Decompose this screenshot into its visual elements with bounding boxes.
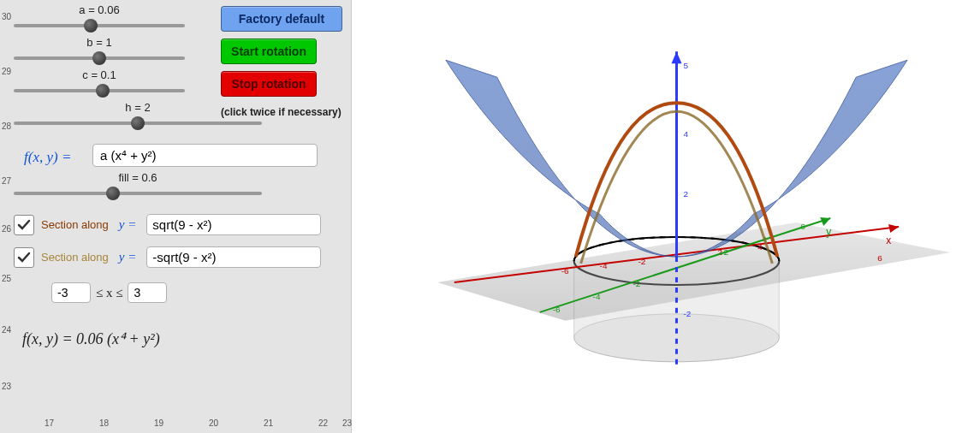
graph3d-panel[interactable]: x -6 -4 -2 2 4 6 y -6 -4 -2 2 4 6 -2 2 4 — [352, 0, 980, 433]
fxy-input[interactable] — [92, 144, 318, 167]
slider-a-label: a = 0.06 — [14, 3, 185, 16]
y-axis-label: y — [826, 226, 831, 238]
xtick: -4 — [600, 261, 608, 270]
panel-xtick: 23 — [342, 418, 352, 428]
panel-xtick: 19 — [154, 418, 163, 428]
panel-ytick: 26 — [2, 224, 11, 234]
checkmark-icon — [17, 218, 31, 232]
panel-xtick: 20 — [209, 418, 218, 428]
xrange-low-input[interactable] — [51, 282, 91, 303]
start-rotation-button[interactable]: Start rotation — [221, 39, 317, 64]
section2-yeq: y = — [119, 250, 137, 264]
panel-ytick: 27 — [2, 176, 11, 186]
slider-b-label: b = 1 — [14, 36, 185, 49]
z-axis-arrow-icon — [671, 51, 681, 63]
slider-a[interactable]: a = 0.06 — [14, 3, 185, 33]
ztick: 5 — [683, 61, 688, 70]
panel-ytick: 28 — [2, 122, 11, 131]
ytick: 2 — [723, 247, 728, 257]
section1-input[interactable] — [146, 214, 321, 235]
xrange-mid: ≤ x ≤ — [96, 286, 122, 300]
ztick: 2 — [683, 189, 688, 199]
xtick: -2 — [638, 257, 646, 266]
fxy-lhs: f(x, y) = — [24, 149, 71, 166]
xtick: -6 — [561, 266, 569, 276]
panel-xtick: 21 — [264, 418, 273, 428]
panel-ytick: 25 — [2, 274, 11, 283]
app-root: 30 29 28 27 26 25 24 23 a = 0.06 b = 1 c… — [0, 0, 980, 433]
panel-xtick: 17 — [45, 418, 54, 428]
section1-yeq: y = — [119, 217, 137, 232]
slider-c-label: c = 0.1 — [14, 68, 185, 81]
x-axis-arrow-icon — [888, 224, 899, 233]
ztick: -2 — [683, 309, 691, 318]
control-panel: 30 29 28 27 26 25 24 23 a = 0.06 b = 1 c… — [0, 0, 352, 433]
section1-row: Section along y = — [14, 214, 321, 235]
factory-default-button[interactable]: Factory default — [221, 6, 342, 32]
checkmark-icon — [17, 251, 31, 264]
xtick: 6 — [877, 253, 882, 263]
slider-b[interactable]: b = 1 — [14, 36, 185, 66]
section2-checkbox[interactable] — [14, 247, 34, 268]
panel-ytick: 23 — [2, 382, 11, 391]
x-axis-label: x — [886, 234, 891, 246]
ytick: -2 — [633, 279, 641, 288]
panel-ytick: 30 — [2, 12, 11, 21]
panel-xtick: 18 — [99, 418, 109, 428]
ytick: 6 — [800, 222, 805, 231]
stop-rotation-button[interactable]: Stop rotation — [221, 71, 317, 97]
ytick: -4 — [593, 292, 601, 301]
panel-xtick: 22 — [318, 418, 328, 428]
graph3d-svg: x -6 -4 -2 2 4 6 y -6 -4 -2 2 4 6 -2 2 4 — [352, 0, 980, 433]
section2-input[interactable] — [146, 246, 321, 268]
section1-label: Section along — [41, 218, 109, 231]
ztick: 4 — [683, 129, 688, 139]
ytick: -6 — [553, 305, 561, 314]
xrange-high-input[interactable] — [128, 282, 167, 303]
click-twice-hint: (click twice if necessary) — [221, 106, 342, 118]
slider-fill[interactable]: fill = 0.6 — [14, 171, 262, 201]
formula-display: f(x, y) = 0.06 (x⁴ + y²) — [22, 329, 160, 348]
panel-ytick: 29 — [2, 67, 11, 76]
slider-fill-label: fill = 0.6 — [14, 171, 262, 184]
xrange-row: ≤ x ≤ — [51, 282, 167, 303]
section2-row: Section along y = — [14, 246, 321, 268]
panel-ytick: 24 — [2, 325, 11, 335]
section1-checkbox[interactable] — [14, 215, 34, 235]
slider-c[interactable]: c = 0.1 — [14, 68, 185, 98]
section2-label: Section along — [41, 251, 109, 264]
